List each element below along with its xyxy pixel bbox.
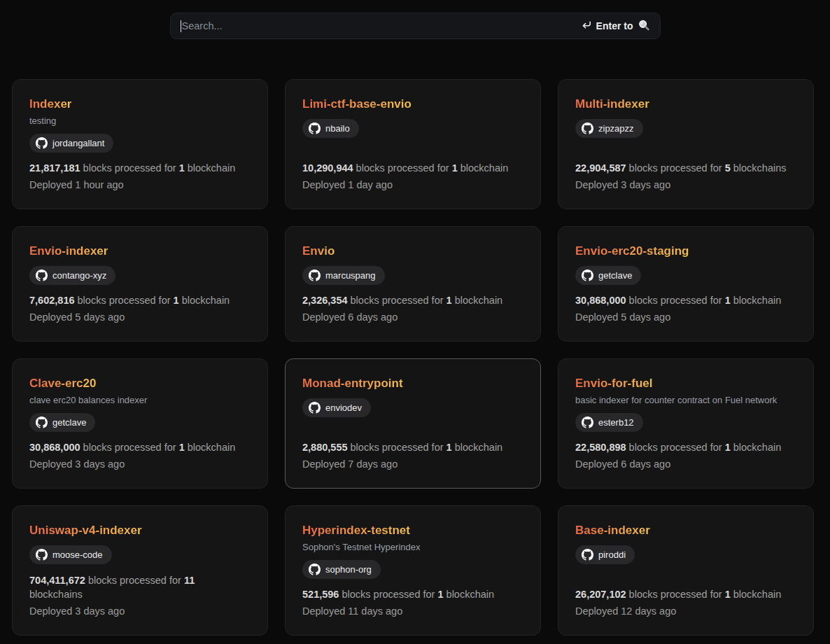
- stat-label: blocks processed for: [629, 162, 722, 174]
- github-badge[interactable]: esterb12: [575, 413, 643, 432]
- indexer-title: Clave-erc20: [29, 376, 96, 391]
- search-input[interactable]: [181, 20, 581, 31]
- chain-count: 1: [446, 442, 452, 453]
- github-badge[interactable]: nbailo: [302, 119, 359, 138]
- github-badge-row: enviodev: [302, 398, 523, 417]
- github-username: getclave: [598, 270, 632, 281]
- deployed-timestamp: Deployed 3 days ago: [575, 178, 796, 192]
- github-badge[interactable]: moose-code: [29, 545, 112, 564]
- blocks-count: 30,868,000: [29, 442, 80, 453]
- indexer-card[interactable]: Envio-indexer contango-xyz 7,602,816 blo…: [12, 226, 268, 342]
- blocks-count: 22,904,587: [575, 162, 626, 174]
- chain-word: blockchain: [733, 442, 782, 453]
- stat-label: blocks processed for: [83, 442, 176, 453]
- indexer-card[interactable]: Envio-erc20-staging getclave 30,868,000 …: [558, 226, 814, 342]
- chain-count: 1: [437, 589, 443, 600]
- github-badge[interactable]: getclave: [29, 413, 95, 432]
- blocks-processed-stat: 30,868,000 blocks processed for 1 blockc…: [29, 440, 251, 454]
- blocks-count: 30,868,000: [575, 295, 626, 306]
- github-icon: [36, 137, 48, 149]
- github-badge[interactable]: enviodev: [302, 398, 371, 417]
- stat-label: blocks processed for: [78, 295, 171, 306]
- blocks-count: 7,602,816: [29, 295, 75, 306]
- blocks-processed-stat: 21,817,181 blocks processed for 1 blockc…: [29, 161, 251, 175]
- indexer-card[interactable]: Monad-entrypoint enviodev 2,880,555 bloc…: [285, 358, 541, 489]
- stat-label: blocks processed for: [629, 589, 722, 600]
- github-icon: [36, 416, 48, 428]
- indexer-card[interactable]: Envio-for-fuel basic indexer for counter…: [558, 358, 814, 489]
- chain-count: 1: [452, 162, 458, 174]
- indexer-card-grid: Indexer testing jordangallant 21,817,181…: [12, 79, 814, 636]
- github-username: moose-code: [52, 550, 103, 560]
- indexer-card[interactable]: Multi-indexer zipzapzz 22,904,587 blocks…: [558, 79, 814, 209]
- github-badge[interactable]: getclave: [575, 266, 641, 285]
- blocks-processed-stat: 521,596 blocks processed for 1 blockchai…: [302, 587, 523, 601]
- search-bar[interactable]: Enter to: [170, 13, 661, 39]
- github-badge[interactable]: marcuspang: [302, 266, 385, 285]
- github-username: sophon-org: [325, 564, 372, 575]
- chain-count: 1: [446, 295, 452, 306]
- github-badge-row: zipzapzz: [575, 119, 796, 138]
- indexer-subtitle: basic indexer for counter contract on Fu…: [575, 394, 796, 406]
- indexer-card[interactable]: Envio marcuspang 2,326,354 blocks proces…: [285, 226, 541, 342]
- indexer-card[interactable]: Limi-ctf-base-envio nbailo 10,290,944 bl…: [285, 79, 541, 209]
- github-icon: [309, 270, 321, 281]
- chain-count: 11: [184, 575, 195, 586]
- github-badge[interactable]: jordangallant: [29, 134, 113, 153]
- indexer-title: Indexer: [29, 97, 71, 112]
- indexer-card[interactable]: Base-indexer piroddi 26,207,102 blocks p…: [558, 505, 814, 636]
- indexer-title: Envio-for-fuel: [575, 376, 653, 391]
- stat-label: blocks processed for: [351, 442, 444, 453]
- stat-label: blocks processed for: [342, 589, 435, 600]
- blocks-count: 2,326,354: [302, 295, 348, 306]
- deployed-timestamp: Deployed 11 days ago: [302, 604, 523, 618]
- blocks-processed-stat: 30,868,000 blocks processed for 1 blockc…: [575, 293, 796, 307]
- deployed-timestamp: Deployed 3 days ago: [29, 457, 251, 471]
- github-username: nbailo: [325, 123, 350, 134]
- blocks-count: 22,580,898: [575, 442, 626, 453]
- chain-word: blockchain: [455, 295, 503, 306]
- stat-label: blocks processed for: [629, 295, 722, 306]
- indexer-title: Hyperindex-testnet: [302, 523, 410, 538]
- chain-count: 5: [725, 162, 731, 174]
- github-badge[interactable]: contango-xyz: [29, 266, 115, 285]
- chain-count: 1: [174, 295, 179, 306]
- chain-word: blockchains: [29, 589, 83, 600]
- github-badge-row: moose-code: [29, 545, 251, 564]
- indexer-title: Multi-indexer: [575, 97, 649, 112]
- blocks-count: 704,411,672: [29, 575, 85, 586]
- indexer-card[interactable]: Clave-erc20 clave erc20 balances indexer…: [12, 358, 268, 489]
- indexer-title: Envio-indexer: [29, 244, 108, 259]
- blocks-count: 21,817,181: [29, 162, 80, 174]
- chain-word: blockchain: [733, 589, 782, 600]
- github-username: enviodev: [325, 402, 362, 413]
- github-badge-row: getclave: [575, 266, 796, 285]
- deployed-timestamp: Deployed 6 days ago: [302, 310, 523, 324]
- blocks-processed-stat: 22,580,898 blocks processed for 1 blockc…: [575, 440, 796, 454]
- github-badge[interactable]: piroddi: [575, 545, 635, 564]
- github-badge-row: marcuspang: [302, 266, 523, 285]
- github-icon: [582, 270, 593, 281]
- stat-label: blocks processed for: [88, 575, 181, 586]
- chain-word: blockchain: [188, 162, 236, 174]
- indexer-title: Monad-entrypoint: [302, 376, 403, 391]
- deployed-timestamp: Deployed 1 day ago: [302, 178, 523, 192]
- github-icon: [582, 416, 593, 428]
- github-badge[interactable]: zipzapzz: [575, 119, 643, 138]
- indexer-card[interactable]: Indexer testing jordangallant 21,817,181…: [12, 79, 268, 209]
- chain-word: blockchain: [460, 162, 509, 174]
- chain-word: blockchain: [188, 442, 236, 453]
- github-icon: [36, 549, 48, 561]
- github-username: zipzapzz: [598, 123, 634, 134]
- chain-word: blockchain: [446, 589, 495, 600]
- chain-count: 1: [725, 589, 731, 600]
- chain-word: blockchains: [733, 162, 787, 174]
- indexer-card[interactable]: Uniswap-v4-indexer moose-code 704,411,67…: [12, 505, 268, 636]
- blocks-count: 521,596: [302, 589, 339, 600]
- github-badge[interactable]: sophon-org: [302, 560, 381, 579]
- deployed-timestamp: Deployed 3 days ago: [29, 604, 251, 618]
- blocks-count: 10,290,944: [302, 162, 353, 174]
- blocks-count: 26,207,102: [575, 589, 626, 600]
- indexer-title: Uniswap-v4-indexer: [29, 523, 142, 538]
- indexer-card[interactable]: Hyperindex-testnet Sophon's Testnet Hype…: [285, 505, 541, 636]
